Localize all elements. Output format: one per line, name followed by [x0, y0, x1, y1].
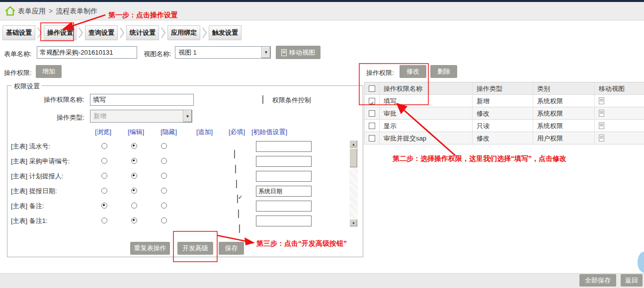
perm-table: 操作权限名称操作类型类别移动视图填写新增系统权限审批修改系统权限显示只读系统权限…: [364, 82, 644, 144]
mobile-view-icon[interactable]: [599, 97, 604, 104]
dev-advanced-button[interactable]: 开发高级: [177, 242, 213, 255]
edit-radio[interactable]: [131, 158, 137, 164]
hide-radio[interactable]: [161, 143, 167, 149]
view-name-select[interactable]: 视图 1 ▼: [175, 46, 271, 59]
perm-name-label: 操作权限名称:: [44, 95, 84, 104]
view-radio[interactable]: [101, 173, 107, 179]
edit-radio[interactable]: [131, 203, 137, 209]
form-name-input[interactable]: [37, 46, 137, 59]
tab-item[interactable]: 统计设置: [126, 25, 159, 40]
field-row-label: [主表] 采购申请编号:: [11, 157, 70, 166]
edit-radio[interactable]: [131, 217, 137, 223]
breadcrumb-current-page: 流程表单制作: [56, 7, 97, 15]
row-checkbox[interactable]: [369, 135, 375, 142]
save-all-button[interactable]: 全部保存: [579, 274, 616, 287]
initial-value-input[interactable]: [256, 141, 312, 152]
view-radio[interactable]: [101, 217, 107, 223]
perm-name-cell: 审批并提交sap: [380, 132, 473, 144]
edit-radio[interactable]: [131, 173, 137, 179]
scroll-down-icon[interactable]: ▼: [349, 219, 358, 227]
column-header-link[interactable]: [必填]: [229, 128, 245, 137]
required-checkbox[interactable]: [234, 150, 235, 158]
save-button[interactable]: 保存: [219, 242, 244, 255]
field-row-label: [主表] 流水号:: [11, 142, 50, 151]
op-type-cell: 只读: [473, 120, 533, 132]
view-radio[interactable]: [101, 188, 107, 194]
form-name-label: 表单名称:: [4, 50, 32, 59]
initial-value-input[interactable]: [256, 156, 312, 167]
modify-button[interactable]: 修改: [400, 65, 426, 78]
step1-annotation-text: 第一步：点击操作设置: [108, 11, 178, 20]
mobile-view-icon[interactable]: [599, 110, 604, 117]
condition-checkbox[interactable]: [262, 95, 263, 104]
field-row-label: [主表] 提报日期:: [11, 187, 57, 196]
home-icon[interactable]: [4, 5, 16, 16]
footer-bar: [0, 273, 644, 288]
move-view-button[interactable]: 移动视图: [276, 46, 321, 59]
tab-separator-icon: [37, 27, 42, 39]
scroll-up-icon[interactable]: ▲: [349, 140, 358, 148]
initial-value-input[interactable]: [256, 171, 312, 182]
row-checkbox[interactable]: [369, 110, 375, 117]
mobile-view-cell: [595, 95, 644, 107]
row-checkbox[interactable]: [369, 98, 375, 104]
step2-annotation-text: 第二步：选择操作权限，这里我们选择“填写”，点击修改: [393, 154, 566, 163]
field-row-label: [主表] 备注:: [11, 202, 44, 211]
hide-radio[interactable]: [161, 217, 167, 223]
repeat-table-button[interactable]: 重复表操作: [130, 242, 170, 255]
perm-name-cell: 显示: [380, 120, 473, 132]
column-header-link[interactable]: [浏览]: [95, 128, 111, 137]
table-row: [365, 120, 380, 132]
column-header-link[interactable]: [初始值设置]: [251, 128, 287, 137]
scrollbar-thumb[interactable]: [349, 148, 358, 168]
edit-radio[interactable]: [131, 143, 137, 149]
column-header-link[interactable]: [隐藏]: [161, 128, 177, 137]
edit-radio[interactable]: [131, 188, 137, 194]
perm-name-input[interactable]: [90, 94, 194, 106]
category-cell: 系统权限: [533, 107, 595, 120]
select-all-checkbox[interactable]: [369, 85, 375, 92]
required-checkbox[interactable]: [236, 180, 237, 188]
initial-value-input[interactable]: [256, 186, 312, 197]
hide-radio[interactable]: [161, 203, 167, 209]
required-checkbox[interactable]: [235, 165, 236, 173]
hide-radio[interactable]: [161, 158, 167, 164]
hide-radio[interactable]: [161, 173, 167, 179]
logo-watermark: [638, 252, 644, 273]
required-checkbox[interactable]: [237, 195, 238, 203]
tab-separator-icon: [120, 27, 124, 39]
table-header-row: [365, 82, 380, 95]
op-type-cell: 修改: [473, 132, 533, 144]
column-header-link[interactable]: [追加]: [196, 128, 213, 137]
mobile-view-icon[interactable]: [599, 122, 604, 129]
tab-item[interactable]: 查询设置: [85, 25, 118, 40]
initial-value-input[interactable]: [256, 216, 312, 226]
breadcrumb: 表单应用>流程表单制作: [18, 7, 97, 16]
category-cell: 用户权限: [533, 132, 595, 144]
breadcrumb-app-link[interactable]: 表单应用: [18, 7, 46, 15]
document-icon: [281, 49, 287, 56]
column-header-link[interactable]: [编辑]: [128, 128, 144, 137]
tab-item[interactable]: 触发设置: [209, 25, 242, 40]
op-type-select[interactable]: 新增 ▼: [90, 110, 192, 123]
hide-radio[interactable]: [161, 188, 167, 194]
delete-button[interactable]: 删除: [430, 65, 457, 78]
mobile-view-cell: [595, 120, 644, 132]
tab-item[interactable]: 应用绑定: [167, 25, 200, 40]
row-checkbox[interactable]: [369, 123, 375, 129]
required-checkbox[interactable]: [238, 210, 239, 218]
dropdown-arrow-icon[interactable]: ▼: [183, 110, 192, 122]
back-button[interactable]: 返回: [621, 274, 643, 287]
mobile-view-icon[interactable]: [599, 135, 604, 142]
view-radio[interactable]: [101, 158, 107, 164]
dropdown-arrow-icon[interactable]: ▼: [261, 47, 270, 58]
view-radio[interactable]: [101, 203, 107, 209]
tab-separator-icon: [79, 27, 83, 39]
required-checkbox[interactable]: [239, 224, 240, 233]
add-button[interactable]: 增加: [36, 65, 62, 78]
view-radio[interactable]: [101, 143, 107, 149]
tab-separator-icon: [161, 27, 165, 39]
tab-item[interactable]: 操作设置: [44, 25, 77, 40]
tab-item[interactable]: 基础设置: [2, 25, 35, 40]
initial-value-input[interactable]: [256, 201, 312, 212]
